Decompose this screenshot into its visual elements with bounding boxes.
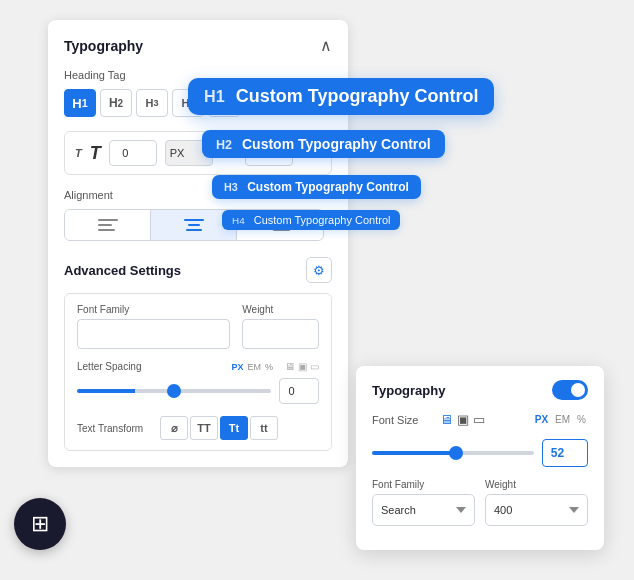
advanced-box: Font Family Weight Letter Spacing PX EM … (64, 293, 332, 451)
fc-device-icons: 🖥 ▣ ▭ (440, 412, 485, 427)
fc-header: Typography (372, 380, 588, 400)
weight-col: Weight (242, 304, 319, 349)
fc-title: Typography (372, 383, 445, 398)
font-family-weight-row: Font Family Weight (77, 304, 319, 349)
font-large-icon: T (90, 143, 101, 164)
tooltip-h4: H4 Custom Typography Control (222, 210, 400, 230)
tt-none-button[interactable]: ⌀ (160, 416, 188, 440)
fc-font-weight-row: Font Family Search Weight 400 500 600 70… (372, 479, 588, 526)
panel-title: Typography (64, 38, 143, 54)
align-left-button[interactable] (65, 210, 151, 240)
ls-header: Letter Spacing PX EM % 🖥 ▣ ▭ (77, 361, 319, 372)
letter-spacing-input[interactable]: 0 (279, 378, 319, 404)
tt-capitalize-button[interactable]: Tt (220, 416, 248, 440)
fc-font-family-select[interactable]: Search (372, 494, 475, 526)
fc-font-size-label: Font Size (372, 414, 432, 426)
font-small-icon: T (75, 147, 82, 159)
text-transform-buttons: ⌀ TT Tt tt (160, 416, 278, 440)
text-transform-row: Text Transform ⌀ TT Tt tt (77, 416, 319, 440)
tooltip-h2: H2 Custom Typography Control (202, 130, 445, 158)
letter-spacing-label: Letter Spacing (77, 361, 142, 372)
advanced-settings-title: Advanced Settings (64, 263, 181, 278)
floating-typography-card: Typography Font Size 🖥 ▣ ▭ PX EM % 52 Fo… (356, 366, 604, 550)
fc-unit-em[interactable]: EM (553, 413, 572, 426)
desktop-icon[interactable]: 🖥 (285, 361, 295, 372)
typography-toggle[interactable] (552, 380, 588, 400)
letter-spacing-slider[interactable] (77, 389, 271, 393)
ls-unit-percent[interactable]: % (265, 362, 273, 372)
ls-unit-em[interactable]: EM (247, 362, 261, 372)
heading-tag-h3[interactable]: H3 (136, 89, 168, 117)
letter-spacing-row: Letter Spacing PX EM % 🖥 ▣ ▭ 0 (77, 361, 319, 404)
fc-font-size-slider[interactable] (372, 451, 534, 455)
align-center-icon (184, 218, 204, 232)
tooltip-h1-text: Custom Typography Control (236, 86, 479, 106)
tooltip-h3: H3 Custom Typography Control (212, 175, 421, 199)
weight-input[interactable] (242, 319, 319, 349)
fc-font-size-row: Font Size 🖥 ▣ ▭ PX EM % (372, 412, 588, 427)
advanced-header: Advanced Settings ⚙ (64, 257, 332, 283)
fc-tablet-icon[interactable]: ▣ (457, 412, 469, 427)
weight-label: Weight (242, 304, 319, 315)
tooltip-h3-text: Custom Typography Control (247, 180, 409, 194)
fc-font-family-label: Font Family (372, 479, 475, 490)
ls-device-icons: 🖥 ▣ ▭ (285, 361, 319, 372)
tooltip-h3-tag: H3 (224, 181, 238, 193)
fc-desktop-icon[interactable]: 🖥 (440, 412, 453, 427)
tooltip-h4-tag: H4 (232, 215, 245, 226)
tt-lowercase-button[interactable]: tt (250, 416, 278, 440)
tooltip-h1-tag: H1 (204, 87, 225, 105)
fc-font-family-col: Font Family Search (372, 479, 475, 526)
tooltip-h2-tag: H2 (216, 138, 232, 152)
tooltip-h2-text: Custom Typography Control (242, 136, 431, 152)
heading-tag-h2[interactable]: H2 (100, 89, 132, 117)
ls-unit-px[interactable]: PX (231, 362, 243, 372)
fab-icon: ⊞ (31, 511, 49, 537)
heading-tag-h1[interactable]: H1 (64, 89, 96, 117)
fc-unit-px[interactable]: PX (533, 413, 550, 426)
font-family-col: Font Family (77, 304, 230, 349)
fc-mobile-icon[interactable]: ▭ (473, 412, 485, 427)
tooltip-h4-text: Custom Typography Control (254, 214, 391, 226)
tablet-icon[interactable]: ▣ (298, 361, 307, 372)
font-family-input[interactable] (77, 319, 230, 349)
fc-units: PX EM % (533, 413, 588, 426)
font-family-label: Font Family (77, 304, 230, 315)
align-left-icon (98, 218, 118, 232)
ls-slider-row: 0 (77, 378, 319, 404)
gear-button[interactable]: ⚙ (306, 257, 332, 283)
font-size-input[interactable] (109, 140, 157, 166)
fc-slider-row: 52 (372, 439, 588, 467)
text-transform-label: Text Transform (77, 423, 152, 434)
panel-header: Typography ∧ (64, 36, 332, 55)
mobile-icon[interactable]: ▭ (310, 361, 319, 372)
fc-weight-label: Weight (485, 479, 588, 490)
fc-font-size-input[interactable]: 52 (542, 439, 588, 467)
ls-units: PX EM % (231, 362, 273, 372)
fc-unit-percent[interactable]: % (575, 413, 588, 426)
tooltip-h1: H1 Custom Typography Control (188, 78, 494, 115)
fab-button[interactable]: ⊞ (14, 498, 66, 550)
tt-uppercase-button[interactable]: TT (190, 416, 218, 440)
fc-weight-select[interactable]: 400 500 600 700 (485, 494, 588, 526)
fc-weight-col: Weight 400 500 600 700 (485, 479, 588, 526)
collapse-icon[interactable]: ∧ (320, 36, 332, 55)
